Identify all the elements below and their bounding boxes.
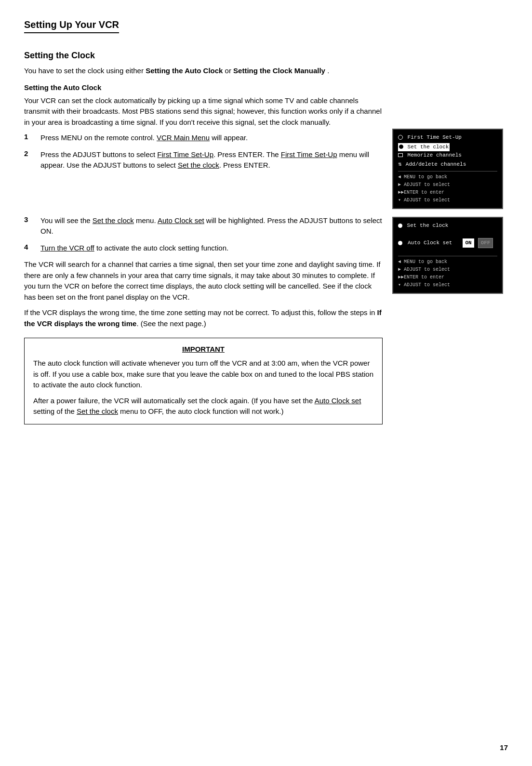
screen2-title: Set the clock: [407, 223, 449, 228]
screen2-on-label: ON: [463, 238, 474, 248]
screen1-title: First Time Set-Up: [408, 134, 462, 140]
screen2-menu1: ◄ MENU to go back: [398, 258, 497, 266]
page-title: Setting Up Your VCR: [24, 19, 119, 33]
screen1-circle-icon: [398, 135, 403, 140]
screen1-item3: Add/delete channels: [406, 161, 466, 167]
screen1-item2: Memorize channels: [408, 152, 462, 158]
important-title: IMPORTANT: [33, 345, 373, 353]
wrong-time-para: If the VCR displays the wrong time, the …: [24, 307, 383, 329]
step-4-number: 4: [24, 243, 33, 254]
sub-section-title: Setting the Auto Clock: [24, 83, 383, 92]
screen2-off-label: OFF: [478, 238, 493, 249]
screen1-menu3: ►►ENTER to enter: [398, 189, 497, 197]
left-column: Setting the Clock You have to set the cl…: [24, 42, 392, 432]
screen1-item3-row: ⇅ Add/delete channels: [398, 160, 497, 169]
screen1-filled-circle: [399, 145, 403, 149]
step-3: 3 You will see the Set the clock menu. A…: [24, 215, 383, 237]
screen1-item1-highlighted: Set the clock: [398, 143, 450, 152]
step-1: 1 Press MENU on the remote control. VCR …: [24, 132, 383, 144]
step-3-content: You will see the Set the clock menu. Aut…: [40, 215, 383, 237]
screen1-menu2: ► ADJUST to select: [398, 181, 497, 189]
vcr-screen-2: Set the clock Auto Clock set ON OFF ◄ ME…: [392, 217, 503, 294]
step-3-number: 3: [24, 215, 33, 237]
screen2-filled-icon: [398, 224, 402, 228]
screen2-auto-clock-row: Auto Clock set ON OFF: [398, 238, 497, 249]
screen2-menu4: ▾ ADJUST to select: [398, 281, 497, 289]
screen1-menu4: ▾ ADJUST to select: [398, 197, 497, 204]
vcr-screen-1: First Time Set-Up Set the clock Memorize…: [392, 129, 503, 209]
important-para-2: After a power failure, the VCR will auto…: [33, 396, 373, 417]
step-1-number: 1: [24, 132, 33, 144]
screen2-menu3: ►►ENTER to enter: [398, 274, 497, 281]
screen2-item-label: Auto Clock set: [408, 239, 452, 248]
page-number: 17: [500, 743, 508, 752]
screen2-title-line: Set the clock: [398, 222, 497, 230]
step-2-number: 2: [24, 149, 33, 171]
screen1-item2-row: Memorize channels: [398, 151, 497, 160]
intro-para: You have to set the clock using either S…: [24, 66, 383, 77]
screen1-item1-row: Set the clock: [398, 143, 497, 152]
step-1-content: Press MENU on the remote control. VCR Ma…: [40, 132, 383, 144]
auto-clock-para2: The VCR will search for a channel that c…: [24, 259, 383, 303]
screen2-item-icon: [398, 241, 402, 245]
screen2-separator: [398, 256, 497, 256]
screen1-add-icon: ⇅: [398, 161, 401, 168]
important-para-1: The auto clock function will activate wh…: [33, 358, 373, 391]
auto-clock-intro: Your VCR can set the clock automatically…: [24, 95, 383, 128]
screen1-title-line: First Time Set-Up: [398, 133, 497, 142]
screen1-menu1: ◄ MENU to go back: [398, 173, 497, 181]
step-4-content: Turn the VCR off to activate the auto cl…: [40, 243, 383, 254]
section-title: Setting the Clock: [24, 51, 383, 61]
right-column: First Time Set-Up Set the clock Memorize…: [392, 42, 508, 432]
step-4: 4 Turn the VCR off to activate the auto …: [24, 243, 383, 254]
step-2-content: Press the ADJUST buttons to select First…: [40, 149, 383, 171]
screen2-menu2: ► ADJUST to select: [398, 266, 497, 274]
important-box: IMPORTANT The auto clock function will a…: [24, 338, 383, 424]
screen1-tape-icon: [398, 153, 403, 157]
screen1-separator: [398, 171, 497, 172]
step-2: 2 Press the ADJUST buttons to select Fir…: [24, 149, 383, 171]
